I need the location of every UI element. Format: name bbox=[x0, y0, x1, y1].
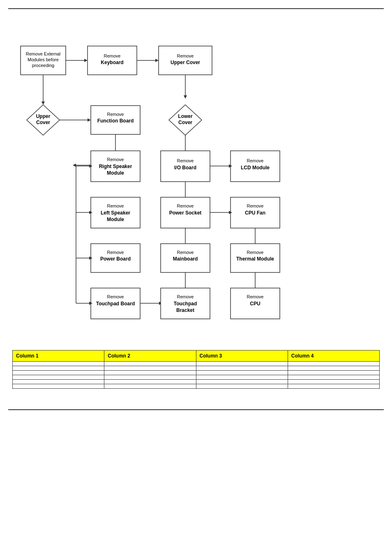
table-header-3: Column 3 bbox=[196, 351, 288, 362]
svg-text:Lower: Lower bbox=[178, 113, 193, 119]
svg-text:Remove: Remove bbox=[177, 53, 194, 58]
svg-text:Modules before: Modules before bbox=[28, 57, 59, 62]
svg-marker-10 bbox=[155, 59, 159, 62]
page-content: Remove External Modules before proceedin… bbox=[0, 9, 392, 401]
table-row bbox=[13, 384, 380, 389]
svg-text:Thermal Module: Thermal Module bbox=[236, 256, 274, 262]
svg-text:Remove: Remove bbox=[247, 294, 264, 299]
svg-text:Power Board: Power Board bbox=[100, 256, 131, 262]
table-row bbox=[13, 366, 380, 371]
table-row bbox=[13, 371, 380, 375]
svg-marker-32 bbox=[73, 164, 76, 167]
svg-text:Cover: Cover bbox=[36, 120, 50, 125]
svg-text:Function Board: Function Board bbox=[97, 118, 134, 124]
svg-text:Remove: Remove bbox=[107, 294, 124, 299]
svg-text:Bracket: Bracket bbox=[176, 307, 194, 313]
svg-text:CPU: CPU bbox=[250, 301, 260, 307]
svg-text:Cover: Cover bbox=[178, 120, 192, 125]
svg-text:Remove: Remove bbox=[107, 157, 124, 162]
svg-marker-17 bbox=[42, 101, 45, 105]
svg-text:Remove: Remove bbox=[104, 53, 121, 58]
svg-text:Remove: Remove bbox=[107, 203, 124, 208]
svg-text:Remove: Remove bbox=[247, 250, 264, 255]
svg-marker-15 bbox=[184, 95, 187, 99]
svg-text:Remove: Remove bbox=[177, 158, 194, 163]
svg-text:Remove: Remove bbox=[107, 112, 124, 117]
svg-text:Remove: Remove bbox=[177, 203, 194, 208]
svg-text:I/O Board: I/O Board bbox=[174, 165, 196, 171]
table-header-4: Column 4 bbox=[288, 351, 379, 362]
svg-text:Keyboard: Keyboard bbox=[101, 60, 123, 65]
svg-text:Mainboard: Mainboard bbox=[173, 256, 198, 262]
svg-marker-5 bbox=[84, 59, 88, 62]
svg-text:Remove: Remove bbox=[107, 250, 124, 255]
svg-text:Remove External: Remove External bbox=[26, 51, 60, 56]
svg-text:Remove: Remove bbox=[177, 294, 194, 299]
svg-text:Module: Module bbox=[107, 217, 124, 222]
svg-text:Left Speaker: Left Speaker bbox=[101, 210, 130, 216]
table-header-1: Column 1 bbox=[13, 351, 104, 362]
table-row bbox=[13, 362, 380, 366]
flowchart: Remove External Modules before proceedin… bbox=[12, 21, 366, 342]
svg-text:Remove: Remove bbox=[247, 158, 264, 163]
svg-text:Touchpad: Touchpad bbox=[174, 301, 197, 307]
svg-text:Upper Cover: Upper Cover bbox=[171, 60, 200, 65]
table-header-2: Column 2 bbox=[104, 351, 196, 362]
svg-text:CPU Fan: CPU Fan bbox=[245, 210, 265, 216]
bottom-table: Column 1 Column 2 Column 3 Column 4 bbox=[12, 350, 380, 389]
svg-text:Module: Module bbox=[107, 170, 124, 176]
svg-text:Touchpad Board: Touchpad Board bbox=[96, 301, 135, 307]
svg-text:Remove: Remove bbox=[247, 203, 264, 208]
svg-text:LCD Module: LCD Module bbox=[241, 165, 270, 171]
bottom-border bbox=[8, 409, 384, 410]
table-row bbox=[13, 375, 380, 380]
table-row bbox=[13, 380, 380, 384]
svg-text:Upper: Upper bbox=[36, 113, 51, 119]
svg-text:Right Speaker: Right Speaker bbox=[99, 164, 132, 169]
svg-marker-22 bbox=[88, 118, 91, 122]
svg-text:proceeding: proceeding bbox=[32, 63, 54, 68]
svg-text:Remove: Remove bbox=[177, 250, 194, 255]
svg-text:Power Socket: Power Socket bbox=[169, 210, 202, 216]
